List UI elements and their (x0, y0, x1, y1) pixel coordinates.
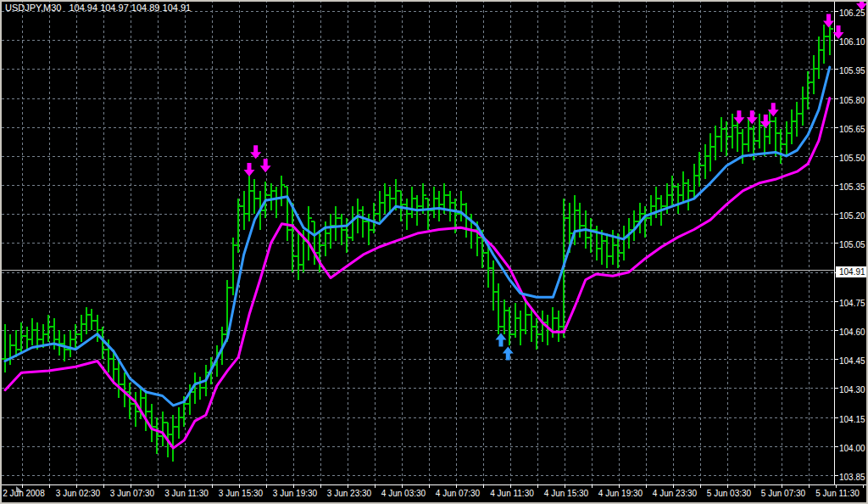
current-price-label: 104.91 (836, 266, 868, 277)
time-axis-label: 3 Jun 19:30 (273, 489, 317, 498)
price-axis-label: 104.30 (839, 385, 868, 395)
time-axis-label: 2 Jun 2008 (3, 489, 45, 498)
buy-arrow-icon (503, 346, 514, 360)
price-axis-label: 104.60 (839, 328, 868, 337)
price-axis-label: 105.95 (839, 66, 868, 76)
time-axis-label: 4 Jun 03:30 (381, 489, 426, 498)
price-axis-label: 105.35 (839, 182, 868, 192)
time-axis-label: 4 Jun 11:30 (490, 489, 534, 498)
time-axis-label: 5 Jun 07:30 (761, 489, 805, 498)
price-axis-label: 104.75 (839, 299, 868, 308)
time-axis-label: 3 Jun 23:30 (327, 489, 371, 498)
sell-arrow-icon (244, 163, 255, 176)
price-axis-label: 105.80 (839, 96, 868, 105)
ohlc-values-label: 104.94 104.97 104.89 104.91 (69, 3, 191, 13)
time-axis-label: 4 Jun 15:30 (544, 489, 588, 498)
chart-canvas[interactable] (0, 0, 868, 504)
price-axis-label: 104.45 (839, 356, 868, 366)
buy-arrow-icon (495, 333, 506, 346)
time-axis-label: 5 Jun 11:30 (815, 489, 860, 498)
price-axis-label: 103.85 (839, 473, 868, 482)
chart-title: USDJPY,M30104.94 104.97 104.89 104.91 (5, 3, 191, 13)
axis-tick-marks (23, 12, 864, 489)
price-axis-label: 104.15 (839, 415, 868, 424)
time-axis-label: 3 Jun 02:30 (56, 489, 100, 498)
grid-lines (2, 0, 834, 484)
sell-arrow-icon (260, 159, 271, 172)
price-axis-label: 104.00 (839, 444, 868, 453)
fast-ma-line (5, 67, 830, 406)
chart-window: USDJPY,M30104.94 104.97 104.89 104.91 10… (0, 0, 868, 504)
time-axis-label: 5 Jun 03:30 (707, 489, 751, 498)
symbol-timeframe-label: USDJPY,M30 (5, 3, 61, 13)
price-axis-label: 105.50 (839, 154, 868, 163)
time-axis-label: 3 Jun 11:30 (164, 489, 209, 498)
price-axis-label: 105.05 (839, 240, 868, 249)
time-axis-label: 3 Jun 07:30 (110, 489, 154, 498)
price-axis-label: 105.65 (839, 125, 868, 134)
sell-arrow-icon (733, 110, 744, 124)
time-axis-label: 4 Jun 23:30 (653, 489, 697, 498)
time-axis-label: 4 Jun 07:30 (436, 489, 480, 498)
time-axis-label: 4 Jun 19:30 (598, 489, 643, 498)
price-axis-label: 106.10 (839, 37, 868, 47)
time-axis-label: 3 Jun 15:30 (219, 489, 263, 498)
price-axis-label: 105.20 (839, 211, 868, 221)
price-axis-label: 106.25 (839, 8, 868, 18)
